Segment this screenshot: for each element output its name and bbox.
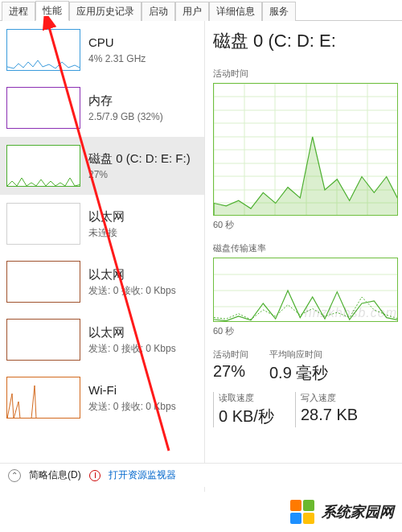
- stats-row-bottom: 读取速度 0 KB/秒 写入速度 28.7 KB: [213, 392, 402, 427]
- watermark: hnzkhbsb.com: [305, 306, 397, 320]
- transfer-rate-label: 磁盘传输速率: [213, 242, 402, 254]
- svg-rect-0: [7, 88, 80, 129]
- sidebar-sub: 发送: 0 接收: 0 Kbps: [88, 400, 176, 413]
- sidebar-title: 以太网: [88, 208, 125, 225]
- tab-performance[interactable]: 性能: [35, 1, 69, 21]
- wifi-thumbnail: [6, 377, 80, 419]
- detail-pane: 磁盘 0 (C: D: E: 活动时间 60 秒 磁盘传输速率 60 秒: [205, 21, 402, 496]
- resource-monitor-icon: [89, 470, 100, 481]
- sidebar-sub: 未连接: [88, 226, 125, 239]
- sidebar-item-disk[interactable]: 磁盘 0 (C: D: E: F:) 27%: [0, 137, 204, 195]
- active-time-label: 活动时间: [213, 68, 402, 80]
- axis-label: 60 秒: [213, 219, 402, 231]
- stat-value: 0.9 毫秒: [269, 362, 328, 384]
- sidebar-item-ethernet-3[interactable]: 以太网 发送: 0 接收: 0 Kbps: [0, 311, 204, 369]
- ethernet-thumbnail: [6, 261, 80, 303]
- active-time-chart: [213, 83, 398, 216]
- performance-sidebar: CPU 4% 2.31 GHz 内存 2.5/7.9 GB (32%) 磁盘 0…: [0, 21, 205, 496]
- ethernet-thumbnail: [6, 319, 80, 361]
- main-area: CPU 4% 2.31 GHz 内存 2.5/7.9 GB (32%) 磁盘 0…: [0, 21, 402, 496]
- stat-value: 28.7 KB: [301, 406, 358, 424]
- sidebar-sub: 2.5/7.9 GB (32%): [88, 110, 163, 123]
- detail-title: 磁盘 0 (C: D: E:: [213, 29, 402, 53]
- memory-thumbnail: [6, 87, 80, 129]
- logo-icon: [289, 499, 315, 525]
- axis-label: 60 秒: [213, 325, 402, 337]
- sidebar-sub: 27%: [88, 168, 191, 181]
- sidebar-title: CPU: [88, 35, 146, 51]
- stat-label: 读取速度: [219, 392, 274, 404]
- sidebar-title: 以太网: [88, 324, 176, 340]
- sidebar-item-memory[interactable]: 内存 2.5/7.9 GB (32%): [0, 79, 204, 137]
- tab-details[interactable]: 详细信息: [209, 2, 262, 21]
- tab-startup[interactable]: 启动: [142, 2, 175, 21]
- sidebar-item-wifi[interactable]: Wi-Fi 发送: 0 接收: 0 Kbps: [0, 369, 204, 427]
- disk-thumbnail: [6, 145, 80, 187]
- sidebar-title: 内存: [88, 93, 163, 109]
- sidebar-item-cpu[interactable]: CPU 4% 2.31 GHz: [0, 21, 204, 79]
- sidebar-title: Wi-Fi: [88, 382, 176, 398]
- stat-value: 0 KB/秒: [219, 406, 274, 427]
- sidebar-title: 以太网: [88, 266, 176, 282]
- tab-users[interactable]: 用户: [175, 2, 209, 21]
- sidebar-item-ethernet-1[interactable]: 以太网 未连接: [0, 195, 204, 253]
- cpu-thumbnail: [6, 29, 80, 71]
- branding-bar: 系统家园网: [0, 492, 402, 532]
- stat-label: 平均响应时间: [269, 348, 328, 361]
- tab-services[interactable]: 服务: [262, 2, 296, 21]
- logo-text: 系统家园网: [322, 502, 394, 522]
- tab-bar: 进程 性能 应用历史记录 启动 用户 详细信息 服务: [0, 0, 402, 21]
- stats-row-top: 活动时间 27% 平均响应时间 0.9 毫秒: [213, 348, 402, 384]
- tab-app-history[interactable]: 应用历史记录: [69, 2, 142, 21]
- sidebar-title: 磁盘 0 (C: D: E: F:): [88, 151, 191, 167]
- stat-value: 27%: [213, 362, 248, 381]
- sidebar-sub: 发送: 0 接收: 0 Kbps: [88, 342, 176, 355]
- chevron-up-icon[interactable]: ⌃: [8, 469, 21, 482]
- bottom-bar: ⌃ 简略信息(D) 打开资源监视器: [0, 463, 402, 487]
- ethernet-thumbnail: [6, 203, 80, 245]
- sidebar-sub: 发送: 0 接收: 0 Kbps: [88, 284, 176, 297]
- sidebar-item-ethernet-2[interactable]: 以太网 发送: 0 接收: 0 Kbps: [0, 253, 204, 311]
- tab-processes[interactable]: 进程: [2, 2, 35, 21]
- stat-label: 写入速度: [301, 392, 358, 404]
- fewer-details-button[interactable]: 简略信息(D): [29, 468, 81, 482]
- open-resource-monitor-link[interactable]: 打开资源监视器: [109, 468, 176, 482]
- stat-label: 活动时间: [213, 348, 248, 361]
- sidebar-sub: 4% 2.31 GHz: [88, 52, 146, 65]
